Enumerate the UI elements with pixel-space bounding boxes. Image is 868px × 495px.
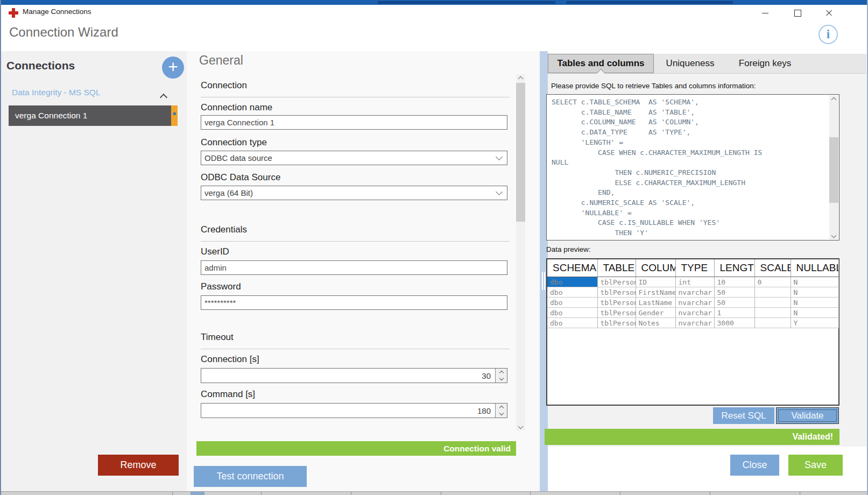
column-header[interactable]: NULLABLE: [791, 259, 838, 277]
splitter-grip: [544, 272, 545, 290]
connection-item-label: verga Connection 1: [9, 111, 87, 121]
add-connection-button[interactable]: +: [162, 56, 184, 79]
collapse-group-icon[interactable]: [161, 93, 166, 102]
chevron-down-icon: [496, 188, 503, 195]
spinner-up-icon[interactable]: [496, 369, 507, 376]
connection-timeout-input[interactable]: [201, 369, 495, 383]
background-segment: [190, 492, 204, 495]
tab-bar: Tables and columns Uniqueness Foreign ke…: [548, 54, 866, 74]
column-header[interactable]: TYPE: [675, 259, 714, 277]
connection-type-label: Connection type: [201, 137, 267, 148]
tab-uniqueness[interactable]: Uniqueness: [654, 54, 726, 73]
column-header[interactable]: LENGTH: [714, 259, 754, 277]
save-button[interactable]: Save: [788, 455, 843, 476]
sql-editor[interactable]: SELECT c.TABLE_SCHEMA AS 'SCHEMA', c.TAB…: [546, 94, 839, 241]
connection-group-label[interactable]: Data Integrity - MS SQL: [12, 88, 101, 97]
scroll-down-icon[interactable]: [829, 231, 838, 239]
table-row[interactable]: dbo tblPerson Notes nvarchar 3000 Y: [547, 318, 838, 328]
table-cell-selected[interactable]: dbo: [547, 277, 597, 287]
command-timeout-stepper: [201, 403, 507, 418]
sql-text[interactable]: SELECT c.TABLE_SCHEMA AS 'SCHEMA', c.TAB…: [552, 97, 828, 239]
data-preview-table: SCHEMA TABLE COLUMN TYPE LENGTH SCALE NU…: [546, 258, 839, 406]
spinner: [495, 369, 507, 383]
column-header[interactable]: COLUMN: [636, 259, 675, 277]
remove-button[interactable]: Remove: [98, 455, 179, 476]
validation-status-bar: Validated!: [545, 429, 839, 445]
validate-button[interactable]: Validate: [776, 407, 839, 424]
command-timeout-input[interactable]: [201, 404, 495, 418]
connection-timeout-label: Connection [s]: [201, 354, 259, 365]
manage-connections-dialog: Manage Connections Connection Wizard i C…: [0, 0, 868, 495]
scroll-up-icon[interactable]: [516, 74, 525, 83]
app-cross-icon: [9, 8, 18, 18]
close-window-button[interactable]: [817, 5, 841, 21]
sql-scrollbar[interactable]: [829, 95, 838, 239]
chevron-down-icon: [496, 153, 503, 160]
spinner-down-icon[interactable]: [496, 376, 507, 383]
command-timeout-label: Command [s]: [201, 389, 255, 400]
table-header-row: SCHEMA TABLE COLUMN TYPE LENGTH SCALE NU…: [547, 259, 838, 277]
form-scrollbar[interactable]: [516, 74, 525, 430]
close-button[interactable]: Close: [730, 455, 779, 476]
sidebar-item-connection[interactable]: verga Connection 1: [9, 105, 171, 126]
test-connection-button[interactable]: Test connection: [194, 466, 307, 487]
connection-timeout-stepper: [201, 368, 507, 383]
connection-type-select[interactable]: ODBC data source: [201, 151, 507, 165]
minimize-button[interactable]: [753, 5, 777, 21]
table-row[interactable]: dbo tblPerson ID int 10 0 N: [547, 277, 838, 287]
column-header[interactable]: SCALE: [754, 259, 791, 277]
scroll-up-icon[interactable]: [829, 95, 838, 104]
password-input[interactable]: [201, 295, 507, 310]
userid-label: UserID: [201, 246, 229, 257]
section-connection: Connection: [201, 80, 510, 97]
window-title: Manage Connections: [23, 8, 91, 16]
modified-marker-badge: *: [171, 105, 178, 126]
info-icon[interactable]: i: [818, 25, 838, 44]
password-label: Password: [201, 281, 241, 292]
background-window-strip: [1, 0, 868, 5]
page-title: Connection Wizard: [9, 25, 118, 40]
background-ghost-text: [566, 1, 733, 4]
section-timeout: Timeout: [201, 332, 510, 349]
connection-name-input[interactable]: [201, 115, 507, 130]
scrollbar-thumb[interactable]: [516, 83, 525, 222]
data-preview-label: Data preview:: [546, 245, 591, 253]
sidebar-title: Connections: [6, 59, 75, 72]
background-ghost-text: [378, 1, 555, 4]
userid-input[interactable]: [201, 260, 507, 275]
column-header[interactable]: SCHEMA: [547, 259, 597, 277]
close-icon: [825, 9, 832, 17]
spinner: [495, 404, 507, 418]
sql-prompt-label: Please provide SQL to retrieve Tables an…: [551, 82, 756, 90]
tab-foreign-keys[interactable]: Foreign keys: [726, 54, 803, 73]
maximize-icon: [794, 10, 801, 17]
scroll-down-icon[interactable]: [516, 422, 525, 430]
table-row[interactable]: dbo tblPerson FirstName nvarchar 50 N: [547, 287, 838, 298]
table-row[interactable]: dbo tblPerson LastName nvarchar 50 N: [547, 298, 838, 308]
splitter-grip: [542, 272, 543, 290]
connection-name-label: Connection name: [201, 102, 272, 113]
form-title: General: [199, 53, 243, 68]
minimize-icon: [762, 13, 768, 13]
maximize-button[interactable]: [786, 5, 809, 21]
column-header[interactable]: TABLE: [597, 259, 636, 277]
scrollbar-thumb[interactable]: [829, 137, 838, 203]
table-row[interactable]: dbo tblPerson Gender nvarchar 1 N: [547, 308, 838, 318]
reset-sql-button[interactable]: Reset SQL: [713, 407, 774, 424]
odbc-source-label: ODBC Data Source: [201, 172, 280, 183]
spinner-down-icon[interactable]: [496, 411, 507, 418]
spinner-up-icon[interactable]: [496, 404, 507, 411]
section-credentials: Credentials: [201, 224, 510, 242]
odbc-source-select[interactable]: verga (64 Bit): [201, 186, 507, 200]
connection-status-bar: Connection valid: [196, 441, 516, 456]
background-window-strip: [1, 491, 868, 495]
tab-tables-and-columns[interactable]: Tables and columns: [548, 54, 654, 73]
